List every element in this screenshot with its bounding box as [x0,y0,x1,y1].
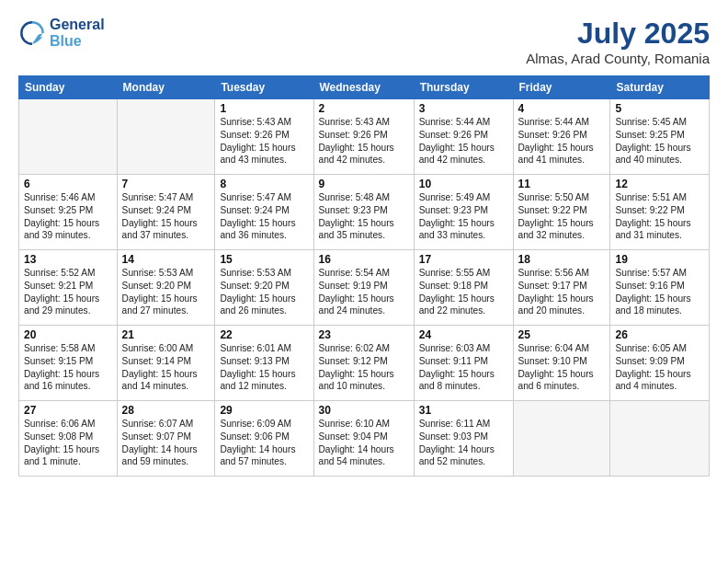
day-number: 18 [518,253,606,266]
day-info: Sunrise: 5:48 AM Sunset: 9:23 PM Dayligh… [319,191,409,242]
day-number: 1 [220,102,308,115]
calendar-cell: 5Sunrise: 5:45 AM Sunset: 9:25 PM Daylig… [610,99,710,175]
week-row-4: 20Sunrise: 5:58 AM Sunset: 9:15 PM Dayli… [19,326,710,401]
logo: General Blue [18,17,105,49]
day-info: Sunrise: 5:56 AM Sunset: 9:17 PM Dayligh… [518,267,606,317]
day-number: 16 [319,253,409,266]
day-info: Sunrise: 6:04 AM Sunset: 9:10 PM Dayligh… [518,342,606,393]
day-number: 12 [615,178,704,190]
calendar-cell: 20Sunrise: 5:58 AM Sunset: 9:15 PM Dayli… [19,326,118,401]
day-info: Sunrise: 6:11 AM Sunset: 9:03 PM Dayligh… [419,418,508,468]
week-row-2: 6Sunrise: 5:46 AM Sunset: 9:25 PM Daylig… [19,175,710,250]
calendar-cell: 23Sunrise: 6:02 AM Sunset: 9:12 PM Dayli… [313,326,414,401]
calendar-header: SundayMondayTuesdayWednesdayThursdayFrid… [19,76,710,99]
day-info: Sunrise: 5:57 AM Sunset: 9:16 PM Dayligh… [615,267,704,317]
header-row: SundayMondayTuesdayWednesdayThursdayFrid… [19,76,710,99]
day-info: Sunrise: 6:10 AM Sunset: 9:04 PM Dayligh… [319,418,409,468]
calendar-cell: 12Sunrise: 5:51 AM Sunset: 9:22 PM Dayli… [610,175,710,250]
calendar-cell: 8Sunrise: 5:47 AM Sunset: 9:24 PM Daylig… [215,175,313,250]
day-info: Sunrise: 5:47 AM Sunset: 9:24 PM Dayligh… [220,191,308,242]
day-info: Sunrise: 5:53 AM Sunset: 9:20 PM Dayligh… [220,267,308,317]
calendar-cell: 29Sunrise: 6:09 AM Sunset: 9:06 PM Dayli… [215,401,313,477]
calendar-cell: 27Sunrise: 6:06 AM Sunset: 9:08 PM Dayli… [19,401,118,477]
calendar-cell: 2Sunrise: 5:43 AM Sunset: 9:26 PM Daylig… [313,99,414,175]
day-number: 11 [518,178,606,190]
day-info: Sunrise: 5:46 AM Sunset: 9:25 PM Dayligh… [24,191,112,242]
day-info: Sunrise: 5:51 AM Sunset: 9:22 PM Dayligh… [615,191,704,242]
day-info: Sunrise: 5:44 AM Sunset: 9:26 PM Dayligh… [419,116,508,167]
day-number: 4 [518,102,606,115]
subtitle: Almas, Arad County, Romania [526,51,710,66]
week-row-3: 13Sunrise: 5:52 AM Sunset: 9:21 PM Dayli… [19,250,710,326]
day-number: 2 [319,102,409,115]
day-number: 9 [319,178,409,190]
title-section: July 2025 Almas, Arad County, Romania [526,17,710,66]
day-number: 22 [220,328,308,341]
day-info: Sunrise: 6:02 AM Sunset: 9:12 PM Dayligh… [319,342,409,393]
calendar-cell: 21Sunrise: 6:00 AM Sunset: 9:14 PM Dayli… [117,326,215,401]
calendar-cell: 17Sunrise: 5:55 AM Sunset: 9:18 PM Dayli… [414,250,513,326]
calendar-cell: 3Sunrise: 5:44 AM Sunset: 9:26 PM Daylig… [414,99,513,175]
day-number: 15 [220,253,308,266]
calendar-cell: 15Sunrise: 5:53 AM Sunset: 9:20 PM Dayli… [215,250,313,326]
day-number: 7 [122,178,210,190]
day-info: Sunrise: 5:50 AM Sunset: 9:22 PM Dayligh… [518,191,606,242]
calendar-cell [610,401,710,477]
day-info: Sunrise: 6:07 AM Sunset: 9:07 PM Dayligh… [122,418,210,468]
day-number: 20 [24,328,112,341]
header-day-monday: Monday [117,76,215,99]
day-number: 21 [122,328,210,341]
day-info: Sunrise: 6:05 AM Sunset: 9:09 PM Dayligh… [615,342,704,393]
day-number: 30 [319,404,409,417]
calendar-cell: 16Sunrise: 5:54 AM Sunset: 9:19 PM Dayli… [313,250,414,326]
day-number: 28 [122,404,210,417]
day-info: Sunrise: 6:06 AM Sunset: 9:08 PM Dayligh… [24,418,112,468]
day-number: 19 [615,253,704,266]
calendar-cell: 9Sunrise: 5:48 AM Sunset: 9:23 PM Daylig… [313,175,414,250]
day-number: 25 [518,328,606,341]
day-number: 6 [24,178,112,190]
day-info: Sunrise: 6:00 AM Sunset: 9:14 PM Dayligh… [122,342,210,393]
day-info: Sunrise: 5:47 AM Sunset: 9:24 PM Dayligh… [122,191,210,242]
day-info: Sunrise: 5:53 AM Sunset: 9:20 PM Dayligh… [122,267,210,317]
header-day-wednesday: Wednesday [313,76,414,99]
day-number: 26 [615,328,704,341]
calendar-cell: 30Sunrise: 6:10 AM Sunset: 9:04 PM Dayli… [313,401,414,477]
calendar-cell: 11Sunrise: 5:50 AM Sunset: 9:22 PM Dayli… [513,175,610,250]
header: General Blue July 2025 Almas, Arad Count… [18,17,710,66]
calendar-body: 1Sunrise: 5:43 AM Sunset: 9:26 PM Daylig… [19,99,710,477]
header-day-saturday: Saturday [610,76,710,99]
day-number: 13 [24,253,112,266]
header-day-friday: Friday [513,76,610,99]
day-info: Sunrise: 5:54 AM Sunset: 9:19 PM Dayligh… [319,267,409,317]
week-row-5: 27Sunrise: 6:06 AM Sunset: 9:08 PM Dayli… [19,401,710,477]
day-number: 10 [419,178,508,190]
calendar-cell: 4Sunrise: 5:44 AM Sunset: 9:26 PM Daylig… [513,99,610,175]
calendar-cell: 26Sunrise: 6:05 AM Sunset: 9:09 PM Dayli… [610,326,710,401]
day-number: 23 [319,328,409,341]
calendar-cell: 22Sunrise: 6:01 AM Sunset: 9:13 PM Dayli… [215,326,313,401]
calendar-cell: 28Sunrise: 6:07 AM Sunset: 9:07 PM Dayli… [117,401,215,477]
day-number: 24 [419,328,508,341]
main-title: July 2025 [526,17,710,51]
calendar-cell [19,99,118,175]
calendar-cell: 24Sunrise: 6:03 AM Sunset: 9:11 PM Dayli… [414,326,513,401]
header-day-tuesday: Tuesday [215,76,313,99]
week-row-1: 1Sunrise: 5:43 AM Sunset: 9:26 PM Daylig… [19,99,710,175]
day-number: 27 [24,404,112,417]
header-day-sunday: Sunday [19,76,118,99]
day-info: Sunrise: 6:03 AM Sunset: 9:11 PM Dayligh… [419,342,508,393]
day-info: Sunrise: 6:09 AM Sunset: 9:06 PM Dayligh… [220,418,308,468]
calendar: SundayMondayTuesdayWednesdayThursdayFrid… [18,75,710,477]
calendar-cell: 13Sunrise: 5:52 AM Sunset: 9:21 PM Dayli… [19,250,118,326]
day-info: Sunrise: 5:44 AM Sunset: 9:26 PM Dayligh… [518,116,606,167]
day-number: 17 [419,253,508,266]
day-number: 8 [220,178,308,190]
calendar-cell: 14Sunrise: 5:53 AM Sunset: 9:20 PM Dayli… [117,250,215,326]
day-number: 31 [419,404,508,417]
day-info: Sunrise: 5:55 AM Sunset: 9:18 PM Dayligh… [419,267,508,317]
logo-line2: Blue [50,33,82,49]
day-info: Sunrise: 5:58 AM Sunset: 9:15 PM Dayligh… [24,342,112,393]
day-info: Sunrise: 5:52 AM Sunset: 9:21 PM Dayligh… [24,267,112,317]
logo-text: General Blue [50,17,105,49]
